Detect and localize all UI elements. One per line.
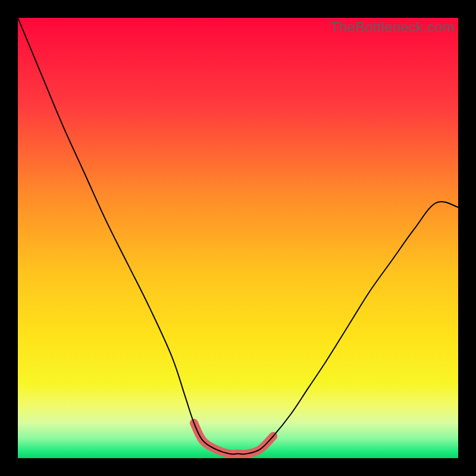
plot-area: TheBottleneck.com	[18, 18, 458, 458]
watermark-text: TheBottleneck.com	[330, 19, 455, 36]
curve-layer	[18, 18, 458, 458]
bottleneck-curve	[18, 18, 458, 454]
flat-bottom-highlight	[194, 423, 273, 454]
chart-stage: TheBottleneck.com	[0, 0, 476, 476]
